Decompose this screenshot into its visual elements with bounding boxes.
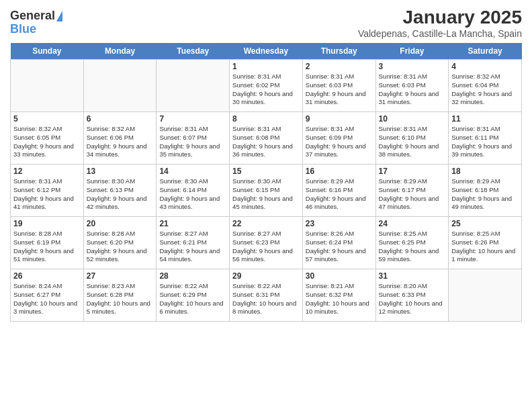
calendar-cell: 26Sunrise: 8:24 AMSunset: 6:27 PMDayligh… — [11, 269, 84, 322]
cell-content: Sunrise: 8:31 AM — [379, 73, 446, 81]
date-number: 7 — [159, 114, 226, 124]
header-cell-thursday: Thursday — [302, 43, 375, 60]
cell-content: Sunset: 6:13 PM — [87, 186, 154, 195]
calendar-cell: 12Sunrise: 8:31 AMSunset: 6:12 PMDayligh… — [11, 165, 84, 217]
cell-content: Daylight: 9 hours and 37 minutes. — [306, 142, 373, 160]
calendar-cell: 30Sunrise: 8:21 AMSunset: 6:32 PMDayligh… — [302, 269, 375, 322]
calendar-cell: 28Sunrise: 8:22 AMSunset: 6:29 PMDayligh… — [157, 269, 230, 322]
cell-content: Sunrise: 8:29 AM — [451, 177, 519, 186]
cell-content: Sunrise: 8:20 AM — [379, 282, 446, 291]
cell-content: Sunset: 6:23 PM — [232, 238, 300, 247]
date-number: 21 — [159, 219, 226, 228]
date-number: 13 — [87, 167, 154, 176]
header: General Blue January 2025 Valdepenas, Ca… — [10, 7, 522, 39]
cell-content: Daylight: 9 hours and 31 minutes. — [379, 90, 446, 107]
logo-text-blue: Blue — [10, 23, 36, 36]
cell-content: Daylight: 10 hours and 3 minutes. — [13, 300, 81, 317]
cell-content: Daylight: 9 hours and 57 minutes. — [306, 247, 373, 265]
date-number: 2 — [306, 62, 373, 71]
date-number: 11 — [451, 114, 519, 124]
cell-content: Sunset: 6:24 PM — [306, 238, 373, 247]
cell-content: Daylight: 9 hours and 46 minutes. — [306, 195, 373, 212]
cell-content: Sunrise: 8:22 AM — [232, 282, 300, 291]
cell-content: Sunset: 6:12 PM — [13, 186, 81, 195]
calendar-cell: 9Sunrise: 8:31 AMSunset: 6:09 PMDaylight… — [302, 112, 375, 165]
cell-content: Daylight: 10 hours and 8 minutes. — [232, 300, 300, 317]
cell-content: Sunrise: 8:24 AM — [13, 282, 81, 291]
cell-content: Sunrise: 8:31 AM — [451, 125, 519, 134]
date-number: 8 — [232, 114, 300, 124]
date-number: 27 — [87, 271, 154, 281]
cell-content: Daylight: 9 hours and 41 minutes. — [13, 195, 81, 212]
cell-content: Sunset: 6:09 PM — [306, 134, 373, 142]
calendar-cell: 25Sunrise: 8:25 AMSunset: 6:26 PMDayligh… — [449, 217, 522, 269]
calendar-cell: 17Sunrise: 8:29 AMSunset: 6:17 PMDayligh… — [375, 165, 449, 217]
cell-content: Daylight: 10 hours and 12 minutes. — [379, 300, 446, 317]
logo-text-general: General — [10, 9, 55, 23]
calendar-cell: 10Sunrise: 8:31 AMSunset: 6:10 PMDayligh… — [375, 112, 449, 165]
calendar-cell: 4Sunrise: 8:32 AMSunset: 6:04 PMDaylight… — [449, 60, 522, 112]
week-row-4: 26Sunrise: 8:24 AMSunset: 6:27 PMDayligh… — [11, 269, 522, 322]
date-number: 23 — [306, 219, 373, 228]
cell-content: Daylight: 9 hours and 30 minutes. — [232, 90, 300, 107]
cell-content: Sunset: 6:02 PM — [232, 81, 300, 90]
calendar-cell: 29Sunrise: 8:22 AMSunset: 6:31 PMDayligh… — [230, 269, 303, 322]
cell-content: Sunrise: 8:28 AM — [13, 230, 81, 238]
cell-content: Sunrise: 8:25 AM — [451, 230, 519, 238]
cell-content: Daylight: 9 hours and 43 minutes. — [159, 195, 226, 212]
cell-content: Sunset: 6:16 PM — [306, 186, 373, 195]
date-number: 9 — [306, 114, 373, 124]
calendar-cell — [157, 60, 230, 112]
cell-content: Sunrise: 8:32 AM — [87, 125, 154, 134]
calendar-cell: 11Sunrise: 8:31 AMSunset: 6:11 PMDayligh… — [449, 112, 522, 165]
calendar-cell: 14Sunrise: 8:30 AMSunset: 6:14 PMDayligh… — [157, 165, 230, 217]
cell-content: Sunrise: 8:31 AM — [306, 73, 373, 81]
calendar-cell: 8Sunrise: 8:31 AMSunset: 6:08 PMDaylight… — [230, 112, 303, 165]
cell-content: Daylight: 10 hours and 6 minutes. — [159, 300, 226, 317]
cell-content: Sunset: 6:04 PM — [451, 81, 519, 90]
cell-content: Sunrise: 8:28 AM — [87, 230, 154, 238]
cell-content: Daylight: 9 hours and 52 minutes. — [87, 247, 154, 265]
cell-content: Daylight: 9 hours and 35 minutes. — [159, 142, 226, 160]
cell-content: Daylight: 9 hours and 49 minutes. — [451, 195, 519, 212]
calendar-cell — [449, 269, 522, 322]
cell-content: Sunset: 6:03 PM — [379, 81, 446, 90]
header-cell-wednesday: Wednesday — [230, 43, 303, 60]
cell-content: Daylight: 10 hours and 10 minutes. — [306, 300, 373, 317]
date-number: 26 — [13, 271, 81, 281]
cell-content: Sunset: 6:08 PM — [232, 134, 300, 142]
date-number: 24 — [379, 219, 446, 228]
date-number: 17 — [379, 167, 446, 176]
cell-content: Sunset: 6:07 PM — [159, 134, 226, 142]
cell-content: Sunset: 6:15 PM — [232, 186, 300, 195]
cell-content: Sunrise: 8:30 AM — [87, 177, 154, 186]
cell-content: Daylight: 9 hours and 54 minutes. — [159, 247, 226, 265]
calendar-cell: 18Sunrise: 8:29 AMSunset: 6:18 PMDayligh… — [449, 165, 522, 217]
page-subtitle: Valdepenas, Castille-La Mancha, Spain — [358, 28, 522, 39]
cell-content: Sunrise: 8:30 AM — [232, 177, 300, 186]
date-number: 16 — [306, 167, 373, 176]
date-number: 19 — [13, 219, 81, 228]
cell-content: Daylight: 9 hours and 42 minutes. — [87, 195, 154, 212]
date-number: 1 — [232, 62, 300, 71]
cell-content: Daylight: 9 hours and 45 minutes. — [232, 195, 300, 212]
header-cell-friday: Friday — [375, 43, 449, 60]
week-row-1: 5Sunrise: 8:32 AMSunset: 6:05 PMDaylight… — [11, 112, 522, 165]
calendar-cell: 24Sunrise: 8:25 AMSunset: 6:25 PMDayligh… — [375, 217, 449, 269]
cell-content: Sunrise: 8:31 AM — [13, 177, 81, 186]
date-number: 30 — [306, 271, 373, 281]
header-cell-saturday: Saturday — [449, 43, 522, 60]
calendar-cell: 3Sunrise: 8:31 AMSunset: 6:03 PMDaylight… — [375, 60, 449, 112]
cell-content: Sunset: 6:17 PM — [379, 186, 446, 195]
date-number: 25 — [451, 219, 519, 228]
date-number: 22 — [232, 219, 300, 228]
cell-content: Sunset: 6:19 PM — [13, 238, 81, 247]
cell-content: Sunrise: 8:30 AM — [159, 177, 226, 186]
calendar-cell: 22Sunrise: 8:27 AMSunset: 6:23 PMDayligh… — [230, 217, 303, 269]
logo: General Blue — [10, 9, 62, 36]
date-number: 12 — [13, 167, 81, 176]
calendar-cell: 7Sunrise: 8:31 AMSunset: 6:07 PMDaylight… — [157, 112, 230, 165]
title-block: January 2025 Valdepenas, Castille-La Man… — [358, 7, 522, 39]
cell-content: Sunrise: 8:29 AM — [379, 177, 446, 186]
cell-content: Sunset: 6:21 PM — [159, 238, 226, 247]
